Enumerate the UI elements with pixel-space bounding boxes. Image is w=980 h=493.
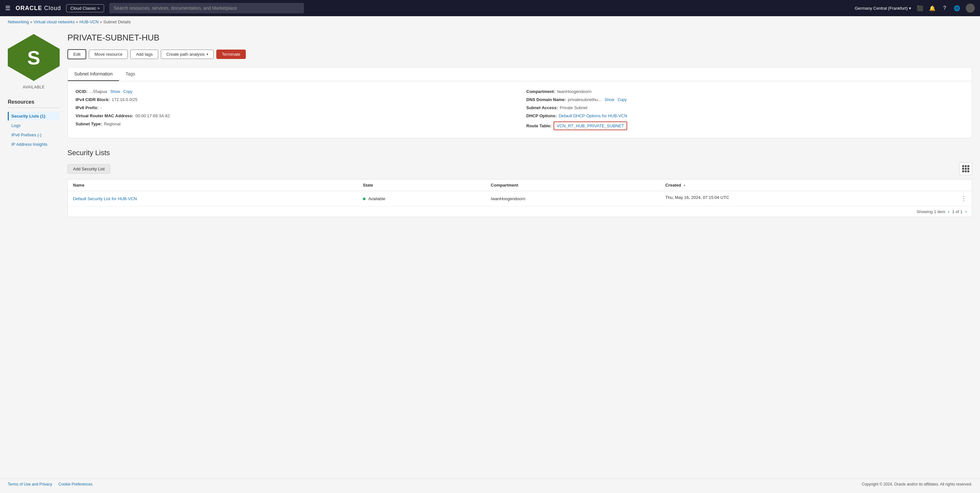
cell-created: Thu, May 16, 2024, 07:15:04 UTC ⋮ [660,191,972,206]
sidebar-item-security-lists[interactable]: Security Lists (1) [8,112,60,120]
cookie-preferences-link[interactable]: Cookie Preferences [58,482,92,487]
cell-compartment: IwanHoogendoorn [486,191,660,206]
add-tags-button[interactable]: Add tags [130,49,158,59]
subnet-access-row: Subnet Access: Private Subnet [526,105,964,110]
user-avatar[interactable] [966,3,975,13]
page-title: PRIVATE-SUBNET-HUB [67,33,972,43]
footer-links: Terms of Use and Privacy Cookie Preferen… [8,482,98,487]
hex-letter: S [27,46,40,69]
subnet-icon: S [8,34,60,81]
cloud-classic-button[interactable]: Cloud Classic > [66,4,104,12]
edit-button[interactable]: Edit [67,49,86,59]
col-header-state: State [358,179,486,191]
nav-right-area: Germany Central (Frankfurt) ▾ ⬛ 🔔 ? 🌐 [855,3,975,13]
route-table-highlight: VCN_RT_HUB_PRIVATE_SUBNET [554,122,627,130]
ocid-row: OCID: ...55apua Show Copy [76,89,513,94]
ocid-copy-link[interactable]: Copy [123,89,132,94]
main-content: S AVAILABLE Resources Security Lists (1)… [0,27,980,479]
prev-page-button[interactable]: ‹ [948,209,950,214]
language-icon[interactable]: 🌐 [953,5,961,12]
subnet-info-grid: OCID: ...55apua Show Copy IPv4 CIDR Bloc… [76,89,964,130]
tab-header: Subnet Information Tags [68,67,972,81]
ipv6-prefix-row: IPv6 Prefix: - [76,105,513,110]
breadcrumb: Networking » Virtual cloud networks » HU… [0,16,980,27]
next-page-button[interactable]: › [965,209,967,214]
compartment-row: Compartment: IwanHoogendoorn [526,89,964,94]
security-list-link[interactable]: Default Security List for HUB-VCN [73,196,137,201]
right-panel: PRIVATE-SUBNET-HUB Edit Move resource Ad… [67,27,972,471]
grid-icon [962,165,969,172]
status-dot-icon [363,198,366,200]
help-icon[interactable]: ? [941,5,948,12]
breadcrumb-vcn-list[interactable]: Virtual cloud networks [34,19,75,24]
col-header-name: Name [68,179,358,191]
info-left-column: OCID: ...55apua Show Copy IPv4 CIDR Bloc… [76,89,513,130]
resources-title: Resources [8,99,60,105]
search-input[interactable] [109,3,304,13]
row-menu-icon[interactable]: ⋮ [961,195,967,202]
chevron-down-icon: ▾ [207,52,208,56]
tab-content-subnet-information: OCID: ...55apua Show Copy IPv4 CIDR Bloc… [68,81,972,138]
terms-link[interactable]: Terms of Use and Privacy [8,482,52,487]
col-header-compartment: Compartment [486,179,660,191]
dns-domain-row: DNS Domain Name: privatesubnethu... Show… [526,97,964,102]
breadcrumb-networking[interactable]: Networking [8,19,29,24]
copyright-text: Copyright © 2024, Oracle and/or its affi… [862,482,972,487]
resources-sidebar: Resources Security Lists (1) Logs IPv6 P… [8,99,60,149]
tab-container: Subnet Information Tags OCID: ...55apua … [67,67,972,138]
info-right-column: Compartment: IwanHoogendoorn DNS Domain … [526,89,964,130]
security-lists-table: Name State Compartment Created ▾ Default… [67,179,972,206]
col-header-created[interactable]: Created ▾ [660,179,972,191]
status-badge: AVAILABLE [23,85,45,89]
breadcrumb-hub-vcn[interactable]: HUB-VCN [80,19,99,24]
sidebar-item-ip-address-insights[interactable]: IP Address Insights [8,140,60,149]
oracle-logo: ORACLE Cloud [16,5,61,12]
ocid-show-link[interactable]: Show [110,89,120,94]
route-table-link[interactable]: VCN_RT_HUB_PRIVATE_SUBNET [557,124,624,128]
create-path-analysis-button[interactable]: Create path analysis ▾ [161,49,214,59]
hamburger-menu-icon[interactable]: ☰ [5,5,10,12]
page-info: 1 of 1 [952,209,963,214]
sidebar-item-logs[interactable]: Logs [8,121,60,130]
region-selector[interactable]: Germany Central (Frankfurt) ▾ [855,6,911,11]
sidebar-item-ipv6-prefixes[interactable]: IPv6 Prefixes (-) [8,130,60,139]
mac-address-row: Virtual Router MAC Address: 00:00:17:69:… [76,113,513,118]
dhcp-options-row: DHCP Options: Default DHCP Options for H… [526,113,964,118]
dns-copy-link[interactable]: Copy [617,98,627,102]
tab-tags[interactable]: Tags [119,67,142,81]
tab-subnet-information[interactable]: Subnet Information [68,67,119,81]
action-buttons: Edit Move resource Add tags Create path … [67,49,972,59]
cell-name: Default Security List for HUB-VCN [68,191,358,206]
cell-state: Available [358,191,486,206]
page-footer: Terms of Use and Privacy Cookie Preferen… [0,479,980,490]
table-row: Default Security List for HUB-VCN Availa… [68,191,972,206]
add-security-list-button[interactable]: Add Security List [67,164,110,174]
security-lists-title: Security Lists [67,149,972,157]
dhcp-options-link[interactable]: Default DHCP Options for HUB-VCN [559,113,627,118]
table-footer: Showing 1 item ‹ 1 of 1 › [67,206,972,217]
move-resource-button[interactable]: Move resource [89,49,128,59]
ipv4-cidr-row: IPv4 CIDR Block: 172.16.0.0/25 [76,97,513,102]
route-table-row: Route Table: VCN_RT_HUB_PRIVATE_SUBNET [526,122,964,130]
notification-bell-icon[interactable]: 🔔 [929,5,936,12]
developer-tools-icon[interactable]: ⬛ [916,5,924,12]
dns-show-link[interactable]: Show [605,98,614,102]
sort-icon: ▾ [684,184,685,187]
top-navigation: ☰ ORACLE Cloud Cloud Classic > Germany C… [0,0,980,16]
section-actions: Add Security List [67,162,972,175]
terminate-button[interactable]: Terminate [216,49,246,59]
breadcrumb-current: Subnet Details [103,19,131,24]
showing-items-label: Showing 1 item [916,209,945,214]
grid-view-button[interactable] [959,162,972,175]
subnet-type-row: Subnet Type: Regional [76,122,513,126]
left-panel: S AVAILABLE Resources Security Lists (1)… [8,27,60,471]
